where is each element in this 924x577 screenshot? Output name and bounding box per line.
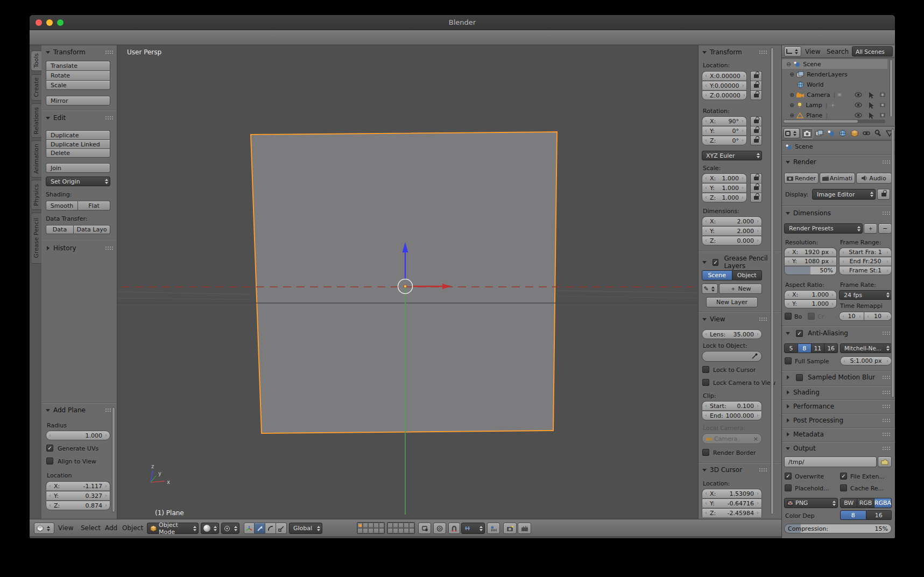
panel-grip-icon[interactable]	[882, 331, 891, 335]
lock-to-cursor-checkbox[interactable]	[702, 366, 709, 373]
properties-scrollbar[interactable]	[891, 129, 894, 398]
transform-orientation-select[interactable]: Global	[289, 523, 322, 534]
increment-arrow-icon[interactable]: ›	[885, 268, 890, 273]
increment-arrow-icon[interactable]: ›	[740, 118, 745, 124]
decrement-arrow-icon[interactable]: ‹	[704, 413, 708, 418]
panel-grip-icon[interactable]	[105, 50, 114, 54]
frame-step-field[interactable]: ‹Frame St:1›	[839, 266, 892, 275]
panel-header-3d-cursor[interactable]: 3D Cursor	[702, 466, 742, 474]
outliner-row-scene[interactable]: ⊖ Scene	[782, 59, 887, 69]
motion-blur-checkbox[interactable]	[796, 374, 803, 381]
frame-start-field[interactable]: ‹Start Fra: 1›	[839, 248, 892, 257]
clip-start-field[interactable]: ‹Start:0.100›	[702, 401, 762, 411]
decrement-arrow-icon[interactable]: ‹	[704, 138, 708, 143]
tab-world[interactable]	[839, 130, 847, 137]
increment-arrow-icon[interactable]: ›	[104, 483, 108, 489]
panel-header-render[interactable]: Render	[786, 158, 816, 166]
increment-arrow-icon[interactable]: ›	[756, 238, 760, 243]
decrement-arrow-icon[interactable]: ‹	[48, 433, 52, 438]
restrict-columns[interactable]	[854, 91, 887, 123]
outliner-menu-view[interactable]: View	[805, 45, 820, 59]
increment-arrow-icon[interactable]: ›	[740, 138, 745, 143]
overwrite-checkbox[interactable]: ✓	[785, 473, 792, 480]
scale-button[interactable]: Scale	[46, 80, 110, 90]
increment-arrow-icon[interactable]: ›	[830, 301, 835, 307]
panel-header-view[interactable]: View	[702, 315, 725, 323]
cursor-x-field[interactable]: ‹X:1.53090›	[702, 489, 762, 498]
panel-grip-icon[interactable]	[882, 404, 891, 409]
duplicate-linked-button[interactable]: Duplicate Linked	[46, 139, 110, 149]
panel-header-sampled-motion-blur[interactable]: Sampled Motion Blur	[786, 374, 875, 381]
proportional-edit-button[interactable]	[433, 523, 446, 534]
increment-arrow-icon[interactable]: ›	[742, 93, 746, 98]
panel-grip-icon[interactable]	[759, 50, 768, 54]
decrement-arrow-icon[interactable]: ‹	[48, 483, 52, 489]
rotation-mode-select[interactable]: XYZ Euler	[702, 151, 762, 160]
snap-target-button[interactable]	[487, 523, 500, 534]
tab-relations[interactable]: Relations	[31, 103, 41, 138]
increment-arrow-icon[interactable]: ›	[885, 259, 890, 264]
increment-arrow-icon[interactable]: ›	[104, 503, 108, 508]
increment-arrow-icon[interactable]: ›	[740, 175, 745, 181]
aa-samples-11[interactable]: 11	[812, 343, 825, 353]
decrement-arrow-icon[interactable]: ‹	[48, 493, 52, 498]
outliner-hscrollbar-thumb[interactable]	[783, 119, 858, 123]
decrement-arrow-icon[interactable]: ‹	[704, 238, 708, 243]
increment-arrow-icon[interactable]: ›	[740, 128, 745, 133]
decrement-arrow-icon[interactable]: ‹	[704, 128, 708, 133]
lock-rot-x-button[interactable]	[750, 116, 762, 126]
increment-arrow-icon[interactable]: ›	[756, 413, 760, 418]
shade-smooth-button[interactable]: Smooth	[46, 201, 78, 210]
increment-arrow-icon[interactable]: ›	[885, 358, 890, 364]
lock-scale-z-button[interactable]	[750, 193, 762, 202]
increment-arrow-icon[interactable]: ›	[756, 501, 760, 506]
decrement-arrow-icon[interactable]: ‹	[704, 332, 708, 337]
panel-grip-icon[interactable]	[105, 116, 114, 120]
full-sample-checkbox[interactable]	[785, 357, 792, 364]
browse-folder-button[interactable]	[878, 456, 892, 467]
snap-element-select[interactable]	[461, 523, 485, 534]
tab-render[interactable]	[801, 128, 813, 139]
rot-z-field[interactable]: ‹Z:0°›	[702, 136, 747, 145]
render-opengl-anim-button[interactable]	[518, 523, 531, 534]
tab-scene[interactable]	[827, 130, 835, 137]
editor-type-button-properties[interactable]	[784, 128, 800, 138]
viewport-3d[interactable]: x z y User Persp (1) Plane	[117, 45, 698, 519]
color-mode-rgba[interactable]: RGBA	[874, 498, 892, 508]
panel-grip-icon[interactable]	[882, 432, 891, 437]
viewport-menu-select[interactable]: Select	[81, 519, 101, 537]
decrement-arrow-icon[interactable]: ‹	[786, 301, 791, 307]
viewport-menu-object[interactable]: Object	[122, 519, 143, 537]
resolution-percentage-slider[interactable]: 50%	[784, 266, 837, 275]
location-y-field[interactable]: ‹Y:0.327›	[46, 491, 110, 501]
increment-arrow-icon[interactable]: ›	[885, 314, 890, 319]
increment-arrow-icon[interactable]: ›	[756, 332, 760, 337]
increment-arrow-icon[interactable]: ›	[740, 83, 745, 88]
loc-y-field[interactable]: ‹Y:0.00000›	[702, 81, 747, 90]
preset-remove-button[interactable]: −	[878, 223, 892, 234]
gp-new-button[interactable]: ＋New	[719, 284, 762, 294]
rot-x-field[interactable]: ‹X:90°›	[702, 116, 747, 126]
outliner-row-world[interactable]: World	[797, 80, 887, 89]
tab-render-layers[interactable]	[815, 130, 823, 137]
viewport-menu-view[interactable]: View	[58, 519, 73, 537]
decrement-arrow-icon[interactable]: ‹	[704, 73, 708, 79]
viewport-shading-select[interactable]	[201, 523, 219, 534]
mirror-button[interactable]: Mirror	[46, 96, 110, 105]
cache-result-checkbox[interactable]	[840, 484, 847, 491]
increment-arrow-icon[interactable]: ›	[740, 195, 745, 200]
join-button[interactable]: Join	[46, 163, 110, 173]
decrement-arrow-icon[interactable]: ‹	[704, 228, 708, 234]
render-opengl-still-button[interactable]	[503, 523, 517, 534]
aa-samples-16[interactable]: 16	[824, 343, 838, 353]
decrement-arrow-icon[interactable]: ‹	[704, 219, 708, 224]
gp-new-layer-button[interactable]: New Layer	[706, 297, 758, 307]
panel-header-transform[interactable]: Transform	[46, 48, 86, 56]
tab-object[interactable]	[851, 130, 858, 137]
color-depth-8[interactable]: 8	[840, 510, 866, 520]
color-mode-rgb[interactable]: RGB	[857, 498, 874, 508]
render-still-button[interactable]: Render	[784, 173, 819, 184]
anti-aliasing-checkbox[interactable]: ✓	[796, 330, 803, 337]
aa-samples-5[interactable]: 5	[784, 343, 798, 353]
decrement-arrow-icon[interactable]: ‹	[704, 491, 708, 496]
